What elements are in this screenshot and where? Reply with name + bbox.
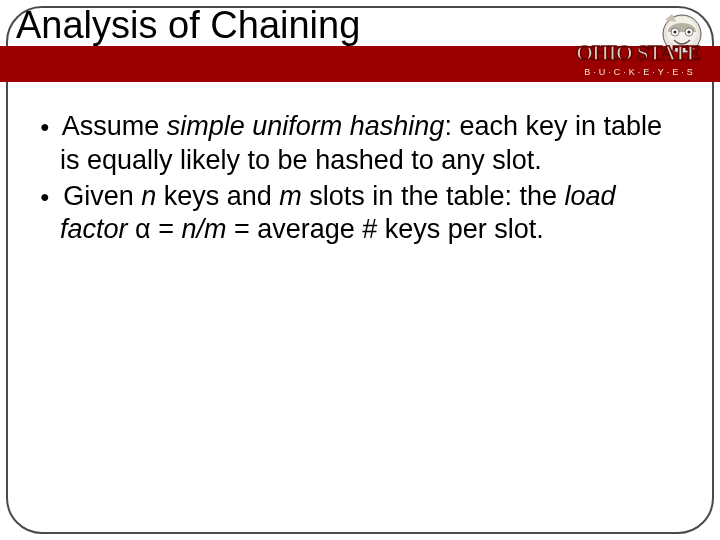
svg-point-5 xyxy=(687,30,690,33)
bullet-item: Assume simple uniform hashing: each key … xyxy=(40,110,680,178)
italic-term: n xyxy=(141,181,156,211)
text: Given xyxy=(63,181,141,211)
text: α = xyxy=(128,214,182,244)
text: Assume xyxy=(62,111,167,141)
logo-subtext: B·U·C·K·E·Y·E·S xyxy=(584,67,696,77)
svg-point-4 xyxy=(673,30,676,33)
text: keys and xyxy=(156,181,279,211)
text: slots in the table: the xyxy=(302,181,565,211)
ohio-state-logo: OHIO STATE B·U·C·K·E·Y·E·S xyxy=(576,6,706,90)
italic-term: simple uniform hashing xyxy=(167,111,445,141)
svg-text:OHIO STATE: OHIO STATE xyxy=(576,40,701,65)
italic-term: n/m xyxy=(181,214,226,244)
slide-title: Analysis of Chaining xyxy=(16,4,360,47)
bullet-list: Assume simple uniform hashing: each key … xyxy=(40,110,680,249)
text: = average # keys per slot. xyxy=(226,214,543,244)
bullet-item: Given n keys and m slots in the table: t… xyxy=(40,180,680,248)
italic-term: m xyxy=(279,181,302,211)
